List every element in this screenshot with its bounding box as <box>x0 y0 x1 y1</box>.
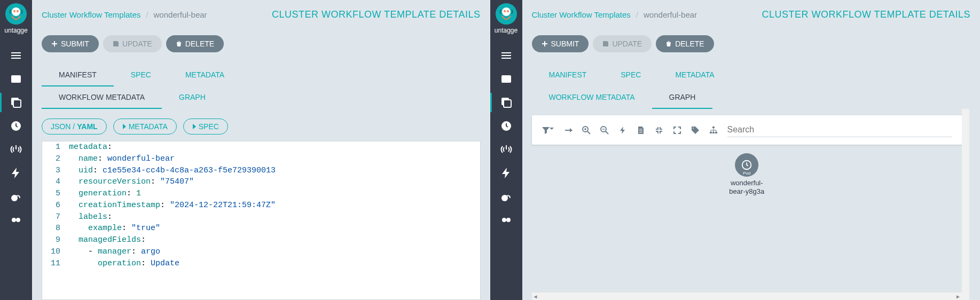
tab-spec[interactable]: SPEC <box>114 64 168 86</box>
tab-workflow-metadata[interactable]: WORKFLOW METADATA <box>532 86 652 109</box>
tag-icon[interactable] <box>691 126 700 135</box>
topbar: Cluster Workflow Templates / wonderful-b… <box>42 3 481 26</box>
tab-metadata[interactable]: METADATA <box>658 64 731 86</box>
bolt-icon[interactable] <box>618 126 627 135</box>
nav-templates[interactable] <box>490 91 522 114</box>
tab-metadata[interactable]: METADATA <box>168 64 241 86</box>
nav-plugins[interactable] <box>490 208 522 232</box>
line-number: 5 <box>42 188 69 200</box>
horizontal-scrollbar[interactable]: ◄ ► <box>532 293 962 300</box>
nav-events[interactable] <box>0 161 32 185</box>
submit-button[interactable]: SUBMIT <box>532 35 589 52</box>
scroll-left-arrow[interactable]: ◄ <box>532 293 539 300</box>
save-icon <box>113 41 119 47</box>
editor-line: 9 managedFields: <box>42 234 480 246</box>
version-tag: untagge <box>495 27 518 34</box>
zoom-in-icon[interactable] <box>582 126 591 135</box>
pill-json-yaml[interactable]: JSON/YAML <box>42 119 107 135</box>
sitemap-icon[interactable] <box>709 126 718 135</box>
nav-templates[interactable] <box>0 91 32 114</box>
update-button[interactable]: UPDATE <box>103 35 162 52</box>
editor-line: 1metadata: <box>42 141 480 153</box>
breadcrumb-parent[interactable]: Cluster Workflow Templates <box>42 10 140 19</box>
nav-sensors[interactable] <box>490 138 522 161</box>
zoom-out-icon[interactable] <box>600 126 609 135</box>
nav-plugins[interactable] <box>0 208 32 232</box>
main-right: Cluster Workflow Templates / wonderful-b… <box>522 0 981 300</box>
line-number: 4 <box>42 176 69 188</box>
graph-canvas[interactable]: Pod wonderful- bear-y8g3a <box>532 149 962 293</box>
svg-rect-23 <box>712 127 715 128</box>
filter-icon[interactable] <box>542 126 554 135</box>
graph-wrap: Pod wonderful- bear-y8g3a ◄ ► <box>532 109 971 300</box>
svg-point-9 <box>16 218 20 222</box>
node-label: wonderful- bear-y8g3a <box>729 179 764 195</box>
node-circle: Pod <box>735 153 758 177</box>
argo-logo[interactable] <box>5 3 27 25</box>
breadcrumb-sep: / <box>146 10 148 19</box>
pill-metadata[interactable]: METADATA <box>113 119 177 135</box>
svg-point-18 <box>502 218 506 222</box>
tab-graph[interactable]: GRAPH <box>652 86 713 109</box>
line-number: 6 <box>42 200 69 211</box>
code-content: metadata: <box>69 141 112 153</box>
nav-cron[interactable] <box>0 114 32 138</box>
vertical-scrollbar[interactable] <box>962 109 969 300</box>
editor-line: 5 generation: 1 <box>42 188 480 200</box>
nav-reports[interactable] <box>0 185 32 208</box>
editor-line: 8 example: "true" <box>42 223 480 234</box>
line-number: 11 <box>42 258 69 270</box>
svg-point-10 <box>502 7 511 16</box>
delete-label: DELETE <box>675 40 704 48</box>
code-content: resourceVersion: "75407" <box>69 176 194 188</box>
submit-button[interactable]: SUBMIT <box>42 35 99 52</box>
svg-point-1 <box>13 10 15 12</box>
trash-icon <box>176 41 182 47</box>
nav-cron[interactable] <box>490 114 522 138</box>
submit-label: SUBMIT <box>61 40 89 48</box>
sidebar: untagge <box>0 0 32 300</box>
node-type: Pod <box>743 171 750 176</box>
breadcrumb-parent[interactable]: Cluster Workflow Templates <box>532 10 631 19</box>
nav-timeline[interactable] <box>0 44 32 67</box>
nav-workflows[interactable] <box>0 67 32 91</box>
tab-graph[interactable]: GRAPH <box>162 86 223 109</box>
nav-sensors[interactable] <box>0 138 32 161</box>
arrow-right-icon[interactable] <box>564 126 573 135</box>
nav-events[interactable] <box>490 161 522 185</box>
tab-manifest[interactable]: MANIFEST <box>42 64 114 86</box>
file-icon[interactable] <box>637 126 645 135</box>
line-number: 10 <box>42 246 69 258</box>
argo-logo[interactable] <box>496 3 517 25</box>
editor-line: 10 - manager: argo <box>42 246 480 258</box>
delete-button[interactable]: DELETE <box>656 35 714 52</box>
pill-spec[interactable]: SPEC <box>183 119 228 135</box>
nav-timeline[interactable] <box>490 44 522 67</box>
delete-button[interactable]: DELETE <box>166 35 224 52</box>
svg-rect-3 <box>11 75 21 83</box>
expand-icon[interactable] <box>673 126 681 135</box>
breadcrumb-current: wonderful-bear <box>154 10 207 19</box>
action-toolbar: SUBMIT UPDATE DELETE <box>532 26 971 64</box>
scroll-right-arrow[interactable]: ► <box>954 293 962 300</box>
nav-reports[interactable] <box>490 185 522 208</box>
nav-workflows[interactable] <box>490 67 522 91</box>
tabs-primary: MANIFEST SPEC METADATA <box>532 64 971 86</box>
line-number: 3 <box>42 165 69 177</box>
graph-search-input[interactable] <box>727 123 953 137</box>
update-label: UPDATE <box>122 40 152 48</box>
breadcrumb: Cluster Workflow Templates / wonderful-b… <box>532 10 697 19</box>
tab-manifest[interactable]: MANIFEST <box>532 64 604 86</box>
compress-icon[interactable] <box>655 126 663 135</box>
yaml-editor[interactable]: 1metadata:2 name: wonderful-bear3 uid: c… <box>42 141 481 300</box>
line-number: 1 <box>42 141 69 153</box>
graph-node[interactable]: Pod wonderful- bear-y8g3a <box>729 153 764 195</box>
tab-workflow-metadata[interactable]: WORKFLOW METADATA <box>42 86 162 109</box>
tab-spec[interactable]: SPEC <box>603 64 658 86</box>
update-button[interactable]: UPDATE <box>593 35 652 52</box>
editor-line: 3 uid: c1e55e34-cc4b-4c8a-a263-f5e729390… <box>42 165 480 177</box>
version-tag: untagge <box>4 27 27 34</box>
code-content: name: wonderful-bear <box>69 153 175 165</box>
svg-point-19 <box>506 218 511 222</box>
svg-point-2 <box>17 10 19 12</box>
